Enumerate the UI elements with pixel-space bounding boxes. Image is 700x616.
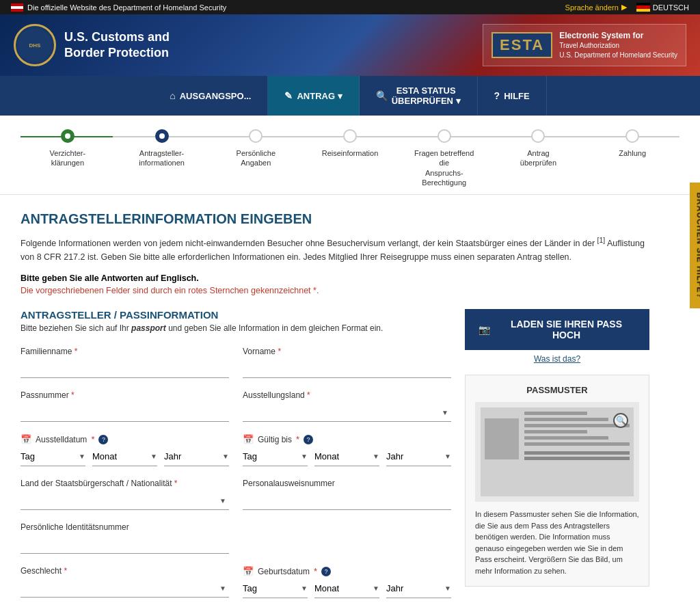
form-right: 📷 LADEN SIE IHREN PASS HOCH Was ist das?… [465, 309, 649, 611]
geburtsdatum-help-icon[interactable]: ? [321, 567, 331, 576]
ausstelldatum-tag-wrap: Tag ▼ [21, 447, 85, 466]
gueltig-monat[interactable]: Monat [314, 447, 370, 466]
geburt-monat-arrow: ▼ [373, 585, 379, 592]
english-note: Bitte geben Sie alle Antworten auf Engli… [21, 273, 649, 283]
deutsch-label: DEUTSCH [636, 3, 689, 12]
step-7-label: Zahlung [619, 148, 646, 158]
geburt-monat-wrap: Monat ▼ [314, 579, 379, 598]
logo-section: DHS U.S. Customs and Border Protection [14, 24, 170, 66]
passport-line-4 [524, 430, 587, 433]
passport-line-2 [524, 418, 608, 421]
step-6-label: Antragüberprüfen [520, 148, 556, 168]
passport-line-1 [524, 412, 587, 415]
nav-ausgangspo[interactable]: ⌂ AUSGANGSPO... [153, 76, 268, 116]
esta-logo: ESTA Electronic System for Travel Author… [483, 24, 686, 67]
calendar-icon-geburt: 📅 [243, 566, 254, 576]
lang-label: Sprache ändern [565, 3, 619, 12]
step-2-label: Antragsteller-informationen [139, 148, 185, 168]
geschlecht-group: Geschlecht * Männlich Weiblich ▼ [21, 566, 229, 598]
geschlecht-select[interactable]: Männlich Weiblich [21, 578, 229, 597]
ausstellungsland-select-wrap: Deutschland Österreich Schweiz ▼ [243, 403, 451, 422]
personalausweis-group: Personalausweisnummer [243, 479, 451, 510]
gueltig-jahr-arrow: ▼ [444, 453, 451, 460]
ausstelldatum-group: 📅 Ausstelldatum * ? Tag ▼ [21, 434, 229, 466]
identitaet-group: Persönliche Identitätsnummer [21, 522, 229, 554]
identitaet-input[interactable] [21, 535, 229, 554]
geburt-monat[interactable]: Monat [314, 579, 370, 598]
page-title: ANTRAGSTELLERINFORMATION EINGEBEN [21, 211, 649, 227]
date-row: 📅 Ausstelldatum * ? Tag ▼ [21, 434, 451, 466]
geschlecht-label: Geschlecht * [21, 566, 229, 576]
camera-icon: 📷 [479, 324, 490, 335]
step-4-circle [343, 129, 357, 143]
upload-info-link[interactable]: Was ist das? [465, 354, 649, 364]
help-sidebar[interactable]: BRAUCHEN SIE HILFE? [690, 183, 700, 308]
calendar-icon-gueltig: 📅 [243, 434, 254, 444]
vorname-group: Vorname * [243, 347, 451, 378]
ausstelldatum-monat[interactable]: Monat [92, 447, 148, 466]
search-nav-icon: 🔍 [376, 90, 388, 101]
ausstelldatum-tag[interactable]: Tag [21, 447, 76, 466]
nationalitaet-select[interactable]: Deutschland [21, 491, 229, 509]
ausstelldatum-label-row: 📅 Ausstelldatum * ? [21, 434, 229, 444]
banner-text: Die offizielle Website des Department of… [27, 3, 226, 12]
geschlecht-select-wrap: Männlich Weiblich ▼ [21, 578, 229, 598]
geburt-tag-arrow: ▼ [301, 585, 308, 592]
gueltig-tag[interactable]: Tag [243, 447, 298, 466]
mrz-line-1 [524, 451, 630, 455]
ausstelldatum-help-icon[interactable]: ? [98, 435, 108, 444]
gueltig-jahr-wrap: Jahr ▼ [386, 447, 451, 466]
esta-text: Electronic System for Travel Authorizati… [559, 30, 677, 61]
passnummer-input[interactable] [21, 403, 229, 422]
passport-note: In diesem Passmuster sehen Sie die Infor… [475, 509, 639, 576]
passport-photo-placeholder [485, 418, 519, 459]
vorname-input[interactable] [243, 359, 451, 378]
header: DHS U.S. Customs and Border Protection E… [0, 14, 700, 76]
nav-esta-status[interactable]: 🔍 ESTA STATUS ÜBERPRÜFEN ▾ [360, 76, 478, 116]
subsection-title: ANTRAGSTELLER / PASSINFORMATION [21, 309, 451, 321]
passnummer-label: Passnummer * [21, 390, 229, 400]
form-section: ANTRAGSTELLER / PASSINFORMATION Bitte be… [21, 309, 649, 611]
gueltig-monat-wrap: Monat ▼ [314, 447, 379, 466]
gueltig-required: * [296, 434, 299, 444]
ausstelldatum-tag-arrow: ▼ [79, 453, 85, 460]
familienname-label: Familienname * [21, 347, 229, 356]
ausstelldatum-jahr[interactable]: Jahr [164, 447, 219, 466]
personalausweis-input[interactable] [243, 491, 451, 510]
empty-group [243, 522, 451, 554]
upload-passport-button[interactable]: 📷 LADEN SIE IHREN PASS HOCH [465, 309, 649, 350]
language-switcher[interactable]: Sprache ändern ▶ [565, 3, 627, 12]
ausstellungsland-select[interactable]: Deutschland Österreich Schweiz [243, 403, 451, 421]
identity-row: Persönliche Identitätsnummer [21, 522, 451, 554]
gueltig-tag-wrap: Tag ▼ [243, 447, 308, 466]
step-3-label: PersönlicheAngaben [237, 148, 275, 168]
step-5-circle [438, 129, 451, 143]
step-7: Zahlung [585, 129, 679, 158]
gueltig-bis-group: 📅 Gültig bis * ? Tag ▼ [243, 434, 451, 466]
step-1-label: Verzichter-klärungen [50, 148, 86, 168]
gueltig-bis-help-icon[interactable]: ? [304, 435, 313, 444]
geburt-jahr-wrap: Jahr ▼ [386, 579, 451, 598]
step-1-circle [61, 129, 75, 143]
passport-row: Passnummer * Ausstellungsland * Deutschl… [21, 390, 451, 422]
ausstelldatum-required: * [91, 434, 94, 444]
familienname-input[interactable] [21, 359, 229, 378]
geburt-jahr[interactable]: Jahr [386, 579, 442, 598]
nav-antrag[interactable]: ✎ ANTRAG ▾ [268, 76, 359, 116]
geburt-tag[interactable]: Tag [243, 579, 298, 598]
ausstelldatum-jahr-arrow: ▼ [222, 453, 229, 460]
home-icon: ⌂ [170, 90, 175, 101]
banner-left: Die offizielle Website des Department of… [11, 3, 226, 12]
nationalitaet-select-wrap: Deutschland ▼ [21, 491, 229, 510]
nationality-row: Land der Staatsbürgerschaft / Nationalit… [21, 479, 451, 510]
ausstelldatum-selects: Tag ▼ Monat ▼ Jahr [21, 447, 229, 466]
gueltig-jahr[interactable]: Jahr [386, 447, 442, 466]
geburtsdatum-label: Geburtsdatum [258, 567, 310, 576]
ausstellungsland-group: Ausstellungsland * Deutschland Österreic… [243, 390, 451, 422]
ausstelldatum-monat-arrow: ▼ [150, 453, 157, 460]
gender-birth-row: Geschlecht * Männlich Weiblich ▼ [21, 566, 451, 598]
calendar-icon-ausstelldatum: 📅 [21, 434, 31, 444]
step-3-circle [249, 129, 262, 143]
step-6-circle [531, 129, 545, 143]
nav-hilfe[interactable]: ? HILFE [478, 76, 547, 116]
